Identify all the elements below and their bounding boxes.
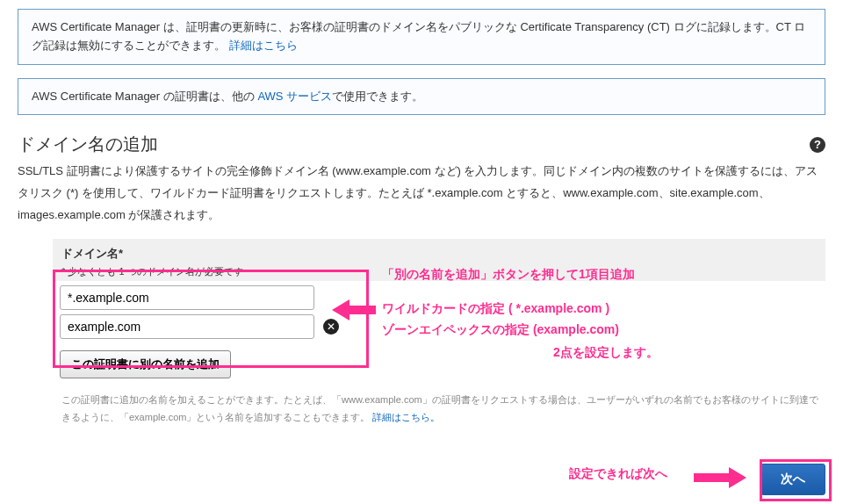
remove-domain-icon[interactable]: ✕ (323, 319, 339, 335)
annotation-text-bottom: 設定できれば次へ (569, 463, 667, 485)
info-box-ct: AWS Certificate Manager は、証明書の更新時に、お客様の証… (18, 9, 825, 65)
annotation-arrow-next (729, 467, 746, 488)
annotation-text-3: ゾーンエイペックスの指定 (example.com) (382, 319, 619, 341)
info-ct-link[interactable]: 詳細はこちら (229, 39, 298, 52)
info-services-text1: AWS Certificate Manager の証明書は、他の (32, 90, 257, 103)
section-title: ドメイン名の追加 (18, 133, 158, 156)
help-icon[interactable]: ? (810, 137, 825, 153)
footnote-link[interactable]: 詳細はこちら。 (372, 412, 440, 422)
domain-input-2[interactable] (60, 314, 314, 339)
bottom-bar: 次へ (760, 464, 825, 495)
annotation-arrow-form-shaft (349, 306, 376, 314)
info-ct-text: AWS Certificate Manager は、証明書の更新時に、お客様の証… (32, 20, 805, 52)
annotation-text-4: 2点を設定します。 (553, 342, 659, 364)
info-services-text2: で使用できます。 (332, 90, 423, 103)
annotation-arrow-form (332, 299, 349, 320)
section-header: ドメイン名の追加 ? (18, 133, 825, 156)
info-services-link[interactable]: AWS サービス (257, 90, 332, 103)
annotation-text-2: ワイルドカードの指定 ( *.example.com ) (382, 298, 609, 320)
section-desc: SSL/TLS 証明書により保護するサイトの完全修飾ドメイン名 (www.exa… (18, 161, 825, 226)
annotation-arrow-next-shaft (694, 473, 729, 482)
add-name-button[interactable]: この証明書に別の名前を追加 (60, 350, 231, 378)
form-header: ドメイン名* (53, 242, 825, 265)
info-box-services: AWS Certificate Manager の証明書は、他の AWS サービ… (18, 78, 825, 116)
next-button[interactable]: 次へ (760, 464, 825, 495)
form-footnote: この証明書に追加の名前を加えることができます。たとえば、「www.example… (61, 392, 825, 427)
domain-input-1[interactable] (60, 285, 314, 310)
annotation-text-1: 「別の名前を追加」ボタンを押して1項目追加 (382, 263, 635, 285)
